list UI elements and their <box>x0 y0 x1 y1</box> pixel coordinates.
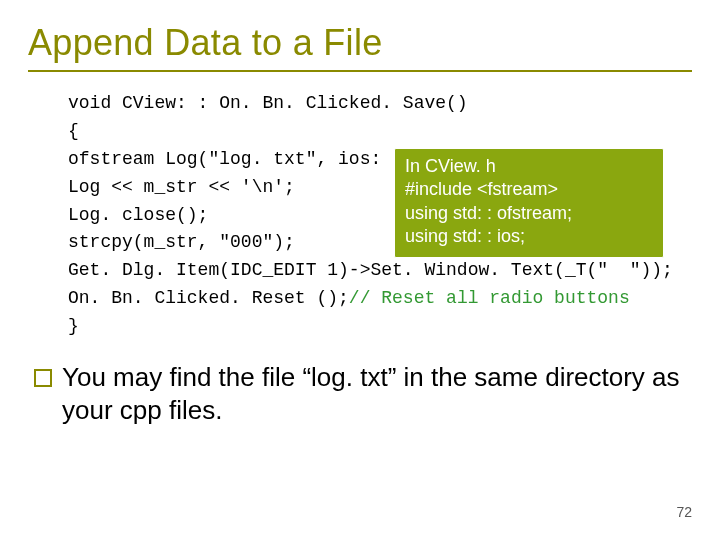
callout-line: using std: : ios; <box>405 225 653 248</box>
code-block: void CView: : On. Bn. Clicked. Save() { … <box>68 90 692 341</box>
code-text: Get. Dlg. Item(IDC_EDIT 1)->Set. Window.… <box>68 260 608 280</box>
page-number: 72 <box>676 504 692 520</box>
code-comment: // Reset all radio buttons <box>349 288 630 308</box>
callout-box: In CView. h #include <fstream> using std… <box>394 148 664 258</box>
callout-line: #include <fstream> <box>405 178 653 201</box>
code-line: void CView: : On. Bn. Clicked. Save() <box>68 90 692 118</box>
code-line: On. Bn. Clicked. Reset ();// Reset all r… <box>68 285 692 313</box>
title-rule <box>28 70 692 72</box>
slide-title: Append Data to a File <box>28 22 692 64</box>
callout-line: using std: : ofstream; <box>405 202 653 225</box>
body-bullet-row: You may find the file “log. txt” in the … <box>34 361 686 426</box>
body-text: You may find the file “log. txt” in the … <box>62 361 686 426</box>
code-text: On. Bn. Clicked. Reset (); <box>68 288 349 308</box>
code-line: } <box>68 313 692 341</box>
code-text: ")); <box>608 260 673 280</box>
code-line: { <box>68 118 692 146</box>
code-line: Get. Dlg. Item(IDC_EDIT 1)->Set. Window.… <box>68 257 692 285</box>
square-bullet-icon <box>34 369 52 387</box>
callout-line: In CView. h <box>405 155 653 178</box>
